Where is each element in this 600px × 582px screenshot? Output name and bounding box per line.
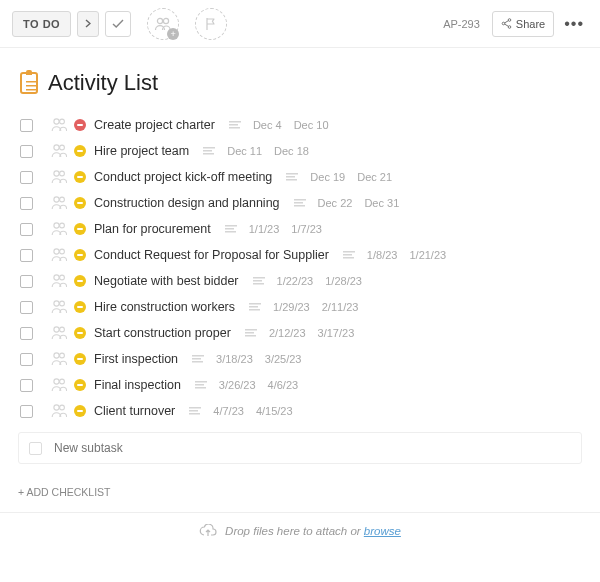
status-dot[interactable]: [74, 405, 86, 417]
status-dot[interactable]: [74, 379, 86, 391]
assignee-icon[interactable]: [51, 273, 67, 289]
status-dot[interactable]: [74, 223, 86, 235]
new-subtask-input[interactable]: [52, 440, 571, 456]
task-checkbox[interactable]: [20, 197, 33, 210]
assignee-icon[interactable]: [51, 169, 67, 185]
attachment-dropzone[interactable]: Drop files here to attach or browse: [0, 513, 600, 549]
assignee-icon[interactable]: [51, 377, 67, 393]
task-row[interactable]: Hire construction workers1/29/232/11/23: [18, 294, 582, 320]
more-menu-button[interactable]: •••: [560, 15, 588, 33]
task-end-date[interactable]: 1/21/23: [409, 249, 446, 261]
task-checkbox[interactable]: [20, 145, 33, 158]
task-start-date[interactable]: 1/22/23: [277, 275, 314, 287]
task-row[interactable]: Negotiate with best bidder1/22/231/28/23: [18, 268, 582, 294]
task-row[interactable]: Final inspection3/26/234/6/23: [18, 372, 582, 398]
new-subtask-checkbox[interactable]: [29, 442, 42, 455]
task-row[interactable]: First inspection3/18/233/25/23: [18, 346, 582, 372]
status-next-button[interactable]: [77, 11, 99, 37]
task-title[interactable]: Client turnover: [94, 404, 175, 418]
task-start-date[interactable]: 4/7/23: [213, 405, 244, 417]
task-start-date[interactable]: Dec 19: [310, 171, 345, 183]
task-start-date[interactable]: Dec 4: [253, 119, 282, 131]
task-title[interactable]: Construction design and planning: [94, 196, 280, 210]
task-start-date[interactable]: 1/8/23: [367, 249, 398, 261]
task-end-date[interactable]: 2/11/23: [322, 301, 359, 313]
status-dot[interactable]: [74, 353, 86, 365]
assignee-icon[interactable]: [51, 117, 67, 133]
task-row[interactable]: Create project charterDec 4Dec 10: [18, 112, 582, 138]
assignee-icon[interactable]: [51, 143, 67, 159]
assignee-icon[interactable]: [51, 247, 67, 263]
task-checkbox[interactable]: [20, 171, 33, 184]
assignee-icon[interactable]: [51, 403, 67, 419]
task-row[interactable]: Plan for procurement1/1/231/7/23: [18, 216, 582, 242]
assignee-icon[interactable]: [51, 351, 67, 367]
task-row[interactable]: Hire project teamDec 11Dec 18: [18, 138, 582, 164]
mark-complete-button[interactable]: [105, 11, 131, 37]
share-button[interactable]: Share: [492, 11, 554, 37]
status-dot[interactable]: [74, 197, 86, 209]
task-checkbox[interactable]: [20, 379, 33, 392]
task-end-date[interactable]: 3/17/23: [318, 327, 355, 339]
task-end-date[interactable]: 3/25/23: [265, 353, 302, 365]
task-title[interactable]: First inspection: [94, 352, 178, 366]
status-dot[interactable]: [74, 145, 86, 157]
task-start-date[interactable]: Dec 22: [318, 197, 353, 209]
status-dot[interactable]: [74, 275, 86, 287]
task-checkbox[interactable]: [20, 301, 33, 314]
task-title[interactable]: Conduct Request for Proposal for Supplie…: [94, 248, 329, 262]
assignee-icon[interactable]: [51, 299, 67, 315]
page-title[interactable]: Activity List: [48, 70, 158, 96]
task-start-date[interactable]: 1/29/23: [273, 301, 310, 313]
task-end-date[interactable]: Dec 10: [294, 119, 329, 131]
assignee-icon[interactable]: [51, 221, 67, 237]
svg-point-23: [54, 353, 59, 358]
status-dot[interactable]: [74, 301, 86, 313]
status-dot[interactable]: [74, 249, 86, 261]
browse-link[interactable]: browse: [364, 525, 401, 537]
task-row[interactable]: Conduct Request for Proposal for Supplie…: [18, 242, 582, 268]
task-start-date[interactable]: 1/1/23: [249, 223, 280, 235]
task-title[interactable]: Plan for procurement: [94, 222, 211, 236]
status-dot[interactable]: [74, 327, 86, 339]
task-title[interactable]: Start construction proper: [94, 326, 231, 340]
task-start-date[interactable]: 3/18/23: [216, 353, 253, 365]
task-checkbox[interactable]: [20, 327, 33, 340]
task-start-date[interactable]: 2/12/23: [269, 327, 306, 339]
set-priority-button[interactable]: [195, 8, 227, 40]
task-checkbox[interactable]: [20, 249, 33, 262]
new-subtask-row[interactable]: [18, 432, 582, 464]
task-checkbox[interactable]: [20, 353, 33, 366]
task-end-date[interactable]: 4/15/23: [256, 405, 293, 417]
task-row[interactable]: Start construction proper2/12/233/17/23: [18, 320, 582, 346]
task-row[interactable]: Client turnover4/7/234/15/23: [18, 398, 582, 424]
task-start-date[interactable]: Dec 11: [227, 145, 262, 157]
task-end-date[interactable]: Dec 31: [364, 197, 399, 209]
task-title[interactable]: Hire project team: [94, 144, 189, 158]
assignee-icon[interactable]: [51, 195, 67, 211]
task-end-date[interactable]: Dec 18: [274, 145, 309, 157]
task-checkbox[interactable]: [20, 275, 33, 288]
task-title[interactable]: Hire construction workers: [94, 300, 235, 314]
task-checkbox[interactable]: [20, 405, 33, 418]
task-end-date[interactable]: 1/28/23: [325, 275, 362, 287]
task-title[interactable]: Create project charter: [94, 118, 215, 132]
svg-point-6: [60, 119, 65, 124]
task-checkbox[interactable]: [20, 119, 33, 132]
task-row[interactable]: Construction design and planningDec 22De…: [18, 190, 582, 216]
task-row[interactable]: Conduct project kick-off meetingDec 19De…: [18, 164, 582, 190]
status-dot[interactable]: [74, 119, 86, 131]
task-start-date[interactable]: 3/26/23: [219, 379, 256, 391]
add-assignee-button[interactable]: +: [147, 8, 179, 40]
task-end-date[interactable]: 4/6/23: [268, 379, 299, 391]
add-checklist-button[interactable]: + ADD CHECKLIST: [0, 464, 600, 506]
task-title[interactable]: Negotiate with best bidder: [94, 274, 239, 288]
status-button[interactable]: TO DO: [12, 11, 71, 37]
task-end-date[interactable]: 1/7/23: [291, 223, 322, 235]
task-end-date[interactable]: Dec 21: [357, 171, 392, 183]
task-title[interactable]: Final inspection: [94, 378, 181, 392]
task-checkbox[interactable]: [20, 223, 33, 236]
assignee-icon[interactable]: [51, 325, 67, 341]
status-dot[interactable]: [74, 171, 86, 183]
task-title[interactable]: Conduct project kick-off meeting: [94, 170, 272, 184]
